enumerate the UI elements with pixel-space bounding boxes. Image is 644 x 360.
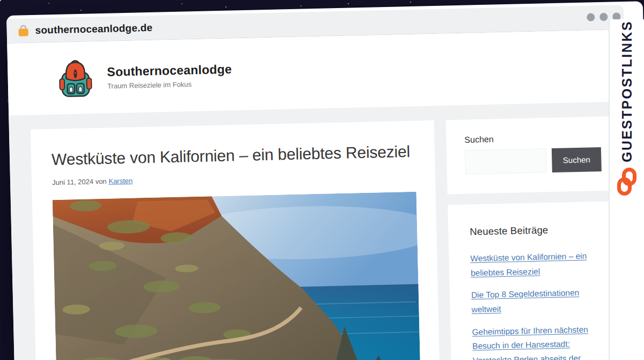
backpack-logo-icon[interactable] [58,57,93,98]
starfield-background [0,0,1,1]
recent-post-link[interactable]: Die Top 8 Segeldestinationen weltweit [471,285,606,317]
watermark-strip: GUESTPOSTLINKS [609,19,644,360]
author-link[interactable]: Karsten [108,177,133,185]
chain-link-icon [617,168,637,196]
recent-posts-heading: Neueste Beiträge [470,223,604,238]
webpage: Southernoceanlodge Traum Reiseziele im F… [7,30,630,360]
article: Westküste von Kalifornien – ein beliebte… [31,120,441,360]
site-title[interactable]: Southernoceanlodge [107,62,232,79]
window-control-dot[interactable] [587,13,595,21]
sidebar: Suchen Suchen Neueste Beiträge Westküste… [446,116,624,360]
site-tagline: Traum Reiseziele im Fokus [107,79,232,90]
search-button[interactable]: Suchen [552,147,602,172]
window-control-dot[interactable] [599,12,608,20]
page-content: Westküste von Kalifornien – ein beliebte… [9,102,630,360]
browser-window: southernoceanlodge.de Southe [6,1,644,360]
recent-posts-widget: Neueste Beiträge Westküste von Kaliforni… [448,201,624,360]
recent-post-link[interactable]: Westküste von Kalifornien – ein beliebte… [470,249,605,280]
recent-post-link[interactable]: Geheimtipps für Ihren nächsten Besuch in… [472,322,607,360]
article-meta: Juni 11, 2024 von Karsten [52,170,416,186]
article-date: Juni 11, 2024 [52,178,93,187]
url-bar[interactable]: southernoceanlodge.de [35,21,152,36]
search-input[interactable] [465,148,547,174]
search-label: Suchen [464,132,601,145]
watermark-text: GUESTPOSTLINKS [619,29,635,162]
article-title: Westküste von Kalifornien – ein beliebte… [52,140,416,171]
article-featured-image [53,192,422,360]
search-widget: Suchen Suchen [446,116,619,194]
padlock-icon [18,25,28,36]
site-header: Southernoceanlodge Traum Reiseziele im F… [7,30,621,116]
